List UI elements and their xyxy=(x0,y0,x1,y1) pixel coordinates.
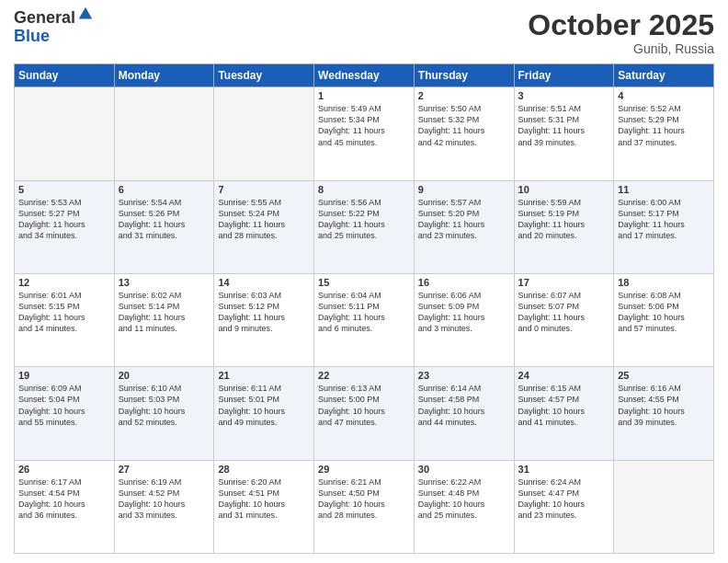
calendar-cell: 28Sunrise: 6:20 AM Sunset: 4:51 PM Dayli… xyxy=(214,460,314,553)
logo-blue: Blue xyxy=(14,28,94,46)
day-number: 22 xyxy=(318,370,410,381)
calendar-cell: 29Sunrise: 6:21 AM Sunset: 4:50 PM Dayli… xyxy=(314,460,415,553)
calendar-cell: 9Sunrise: 5:57 AM Sunset: 5:20 PM Daylig… xyxy=(414,180,514,273)
calendar-cell: 5Sunrise: 5:53 AM Sunset: 5:27 PM Daylig… xyxy=(15,180,115,273)
weekday-header-wednesday: Wednesday xyxy=(314,64,415,87)
day-number: 15 xyxy=(318,277,410,288)
day-info: Sunrise: 6:22 AM Sunset: 4:48 PM Dayligh… xyxy=(418,477,510,522)
calendar-week-row: 5Sunrise: 5:53 AM Sunset: 5:27 PM Daylig… xyxy=(15,180,714,273)
weekday-header-friday: Friday xyxy=(514,64,614,87)
day-info: Sunrise: 5:59 AM Sunset: 5:19 PM Dayligh… xyxy=(518,197,610,242)
calendar-cell: 24Sunrise: 6:15 AM Sunset: 4:57 PM Dayli… xyxy=(514,367,614,460)
weekday-header-thursday: Thursday xyxy=(414,64,514,87)
logo-general: General xyxy=(14,9,75,28)
day-info: Sunrise: 6:03 AM Sunset: 5:12 PM Dayligh… xyxy=(218,290,310,335)
calendar-cell: 14Sunrise: 6:03 AM Sunset: 5:12 PM Dayli… xyxy=(214,273,314,366)
day-number: 4 xyxy=(618,90,710,101)
day-number: 21 xyxy=(218,370,310,381)
day-number: 2 xyxy=(418,90,510,101)
day-number: 5 xyxy=(18,184,110,195)
calendar-cell: 27Sunrise: 6:19 AM Sunset: 4:52 PM Dayli… xyxy=(114,460,214,553)
calendar-week-row: 1Sunrise: 5:49 AM Sunset: 5:34 PM Daylig… xyxy=(15,87,714,180)
day-info: Sunrise: 5:49 AM Sunset: 5:34 PM Dayligh… xyxy=(318,103,410,148)
day-number: 29 xyxy=(318,464,410,475)
location: Gunib, Russia xyxy=(528,41,714,56)
day-info: Sunrise: 6:00 AM Sunset: 5:17 PM Dayligh… xyxy=(618,197,710,242)
weekday-header-row: SundayMondayTuesdayWednesdayThursdayFrid… xyxy=(15,64,714,87)
calendar-cell: 25Sunrise: 6:16 AM Sunset: 4:55 PM Dayli… xyxy=(614,367,714,460)
day-info: Sunrise: 6:06 AM Sunset: 5:09 PM Dayligh… xyxy=(418,290,510,335)
day-info: Sunrise: 5:56 AM Sunset: 5:22 PM Dayligh… xyxy=(318,197,410,242)
day-info: Sunrise: 6:11 AM Sunset: 5:01 PM Dayligh… xyxy=(218,383,310,428)
calendar-cell: 12Sunrise: 6:01 AM Sunset: 5:15 PM Dayli… xyxy=(15,273,115,366)
day-number: 28 xyxy=(218,464,310,475)
day-info: Sunrise: 5:52 AM Sunset: 5:29 PM Dayligh… xyxy=(618,103,710,148)
day-number: 24 xyxy=(518,370,610,381)
day-info: Sunrise: 6:16 AM Sunset: 4:55 PM Dayligh… xyxy=(618,383,710,428)
calendar-cell: 30Sunrise: 6:22 AM Sunset: 4:48 PM Dayli… xyxy=(414,460,514,553)
calendar-cell: 10Sunrise: 5:59 AM Sunset: 5:19 PM Dayli… xyxy=(514,180,614,273)
day-number: 31 xyxy=(518,464,610,475)
calendar-cell: 23Sunrise: 6:14 AM Sunset: 4:58 PM Dayli… xyxy=(414,367,514,460)
day-number: 18 xyxy=(618,277,710,288)
weekday-header-saturday: Saturday xyxy=(614,64,714,87)
day-number: 9 xyxy=(418,184,510,195)
month-title: October 2025 xyxy=(528,9,714,41)
calendar-cell: 6Sunrise: 5:54 AM Sunset: 5:26 PM Daylig… xyxy=(114,180,214,273)
calendar-cell: 26Sunrise: 6:17 AM Sunset: 4:54 PM Dayli… xyxy=(15,460,115,553)
calendar-cell: 20Sunrise: 6:10 AM Sunset: 5:03 PM Dayli… xyxy=(114,367,214,460)
calendar-cell: 4Sunrise: 5:52 AM Sunset: 5:29 PM Daylig… xyxy=(614,87,714,180)
day-number: 6 xyxy=(119,184,210,195)
weekday-header-monday: Monday xyxy=(114,64,214,87)
day-info: Sunrise: 5:51 AM Sunset: 5:31 PM Dayligh… xyxy=(518,103,610,148)
title-block: October 2025 Gunib, Russia xyxy=(528,9,714,56)
svg-marker-0 xyxy=(79,7,92,19)
calendar-cell: 21Sunrise: 6:11 AM Sunset: 5:01 PM Dayli… xyxy=(214,367,314,460)
day-info: Sunrise: 6:15 AM Sunset: 4:57 PM Dayligh… xyxy=(518,383,610,428)
calendar-cell: 13Sunrise: 6:02 AM Sunset: 5:14 PM Dayli… xyxy=(114,273,214,366)
day-info: Sunrise: 6:20 AM Sunset: 4:51 PM Dayligh… xyxy=(218,477,310,522)
calendar-cell: 8Sunrise: 5:56 AM Sunset: 5:22 PM Daylig… xyxy=(314,180,415,273)
day-number: 13 xyxy=(119,277,210,288)
calendar-table: SundayMondayTuesdayWednesdayThursdayFrid… xyxy=(14,63,714,554)
calendar-cell: 16Sunrise: 6:06 AM Sunset: 5:09 PM Dayli… xyxy=(414,273,514,366)
day-number: 1 xyxy=(318,90,410,101)
weekday-header-sunday: Sunday xyxy=(15,64,115,87)
calendar-cell xyxy=(15,87,115,180)
day-number: 11 xyxy=(618,184,710,195)
weekday-header-tuesday: Tuesday xyxy=(214,64,314,87)
header: General Blue October 2025 Gunib, Russia xyxy=(14,9,714,56)
logo-icon xyxy=(77,6,94,22)
logo: General Blue xyxy=(14,9,94,46)
day-info: Sunrise: 6:17 AM Sunset: 4:54 PM Dayligh… xyxy=(18,477,110,522)
day-info: Sunrise: 6:10 AM Sunset: 5:03 PM Dayligh… xyxy=(119,383,210,428)
calendar-week-row: 12Sunrise: 6:01 AM Sunset: 5:15 PM Dayli… xyxy=(15,273,714,366)
calendar-cell: 19Sunrise: 6:09 AM Sunset: 5:04 PM Dayli… xyxy=(15,367,115,460)
day-number: 27 xyxy=(119,464,210,475)
day-number: 17 xyxy=(518,277,610,288)
day-info: Sunrise: 5:55 AM Sunset: 5:24 PM Dayligh… xyxy=(218,197,310,242)
day-info: Sunrise: 6:13 AM Sunset: 5:00 PM Dayligh… xyxy=(318,383,410,428)
calendar-cell: 1Sunrise: 5:49 AM Sunset: 5:34 PM Daylig… xyxy=(314,87,415,180)
day-number: 25 xyxy=(618,370,710,381)
day-info: Sunrise: 6:04 AM Sunset: 5:11 PM Dayligh… xyxy=(318,290,410,335)
day-number: 23 xyxy=(418,370,510,381)
calendar-cell: 2Sunrise: 5:50 AM Sunset: 5:32 PM Daylig… xyxy=(414,87,514,180)
calendar-cell: 11Sunrise: 6:00 AM Sunset: 5:17 PM Dayli… xyxy=(614,180,714,273)
calendar-week-row: 26Sunrise: 6:17 AM Sunset: 4:54 PM Dayli… xyxy=(15,460,714,553)
day-number: 8 xyxy=(318,184,410,195)
day-number: 7 xyxy=(218,184,310,195)
day-info: Sunrise: 6:14 AM Sunset: 4:58 PM Dayligh… xyxy=(418,383,510,428)
day-number: 30 xyxy=(418,464,510,475)
day-info: Sunrise: 6:01 AM Sunset: 5:15 PM Dayligh… xyxy=(18,290,110,335)
calendar-cell: 15Sunrise: 6:04 AM Sunset: 5:11 PM Dayli… xyxy=(314,273,415,366)
day-info: Sunrise: 5:53 AM Sunset: 5:27 PM Dayligh… xyxy=(18,197,110,242)
calendar-cell xyxy=(214,87,314,180)
page: General Blue October 2025 Gunib, Russia … xyxy=(0,0,728,563)
day-info: Sunrise: 6:09 AM Sunset: 5:04 PM Dayligh… xyxy=(18,383,110,428)
day-info: Sunrise: 5:50 AM Sunset: 5:32 PM Dayligh… xyxy=(418,103,510,148)
day-info: Sunrise: 5:57 AM Sunset: 5:20 PM Dayligh… xyxy=(418,197,510,242)
calendar-cell: 18Sunrise: 6:08 AM Sunset: 5:06 PM Dayli… xyxy=(614,273,714,366)
day-number: 10 xyxy=(518,184,610,195)
calendar-cell: 7Sunrise: 5:55 AM Sunset: 5:24 PM Daylig… xyxy=(214,180,314,273)
